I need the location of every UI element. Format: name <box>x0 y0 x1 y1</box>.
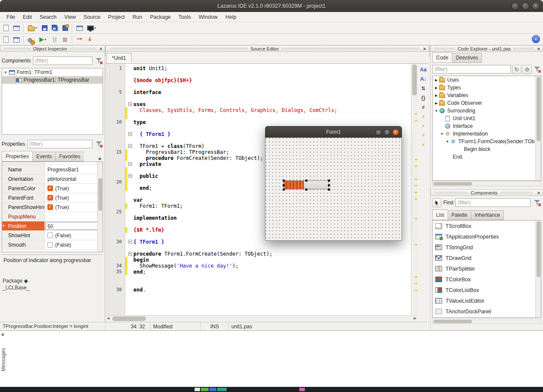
code-line-10[interactable]: 10type <box>106 119 411 125</box>
property-name[interactable]: ▸Orientation <box>2 174 45 183</box>
case-tools-icon[interactable]: Aa <box>419 65 428 74</box>
explorer-item-implementation[interactable]: ▼⚙Implementation <box>433 130 541 138</box>
component-item-tscrollbox[interactable]: TScrollBox <box>433 221 541 231</box>
save-button[interactable] <box>39 23 50 33</box>
minimize-icon[interactable]: − <box>375 129 382 136</box>
explorer-item-tform1-formcreate-sender-tob[interactable]: ▼⚙TForm1.FormCreate(Sender:TOb <box>433 138 541 145</box>
fold-toggle-icon[interactable] <box>128 162 132 166</box>
tab-palette[interactable]: Palette <box>448 210 471 220</box>
property-row-parentfont[interactable]: ▸ParentFont(True) <box>2 193 103 203</box>
menu-project[interactable]: Project <box>104 12 129 22</box>
jump-uses-icon[interactable]: ⚡ <box>419 141 428 149</box>
code-line-34[interactable]: 34 ShowMessage('Have a nice day!'); <box>106 263 411 269</box>
object-inspector-header[interactable]: Object Inspector × <box>0 45 105 52</box>
menu-help[interactable]: Help <box>221 12 240 22</box>
component-item-tpairsplitter[interactable]: TPairSplitter <box>433 263 541 274</box>
code-line-37[interactable] <box>106 281 411 287</box>
code-line-5[interactable]: 5interface <box>106 89 411 95</box>
explorer-item-code-observer[interactable]: ▶Code Observer <box>433 99 541 107</box>
checkbox-icon[interactable] <box>47 186 53 191</box>
selection-handle[interactable] <box>283 189 285 191</box>
property-value[interactable]: (False) <box>45 240 103 249</box>
designed-form-window[interactable]: Form1 − □ × <box>265 126 402 241</box>
code-line-7[interactable]: uses <box>106 101 411 107</box>
explorer-item-interface[interactable]: Interface <box>433 122 541 130</box>
menu-edit[interactable]: Edit <box>19 12 36 22</box>
menu-search[interactable]: Search <box>36 12 61 22</box>
open-button[interactable]: ▾ <box>26 23 39 33</box>
close-icon[interactable]: × <box>536 190 541 195</box>
explorer-item-types[interactable]: ▶Types <box>433 84 541 91</box>
property-row-showhint[interactable]: ▸ShowHint(False) <box>2 231 103 240</box>
collapse-icon[interactable]: ▼ <box>434 109 439 113</box>
taskbar-item[interactable] <box>217 388 227 391</box>
scroll-left-icon[interactable]: ◀ <box>107 316 109 320</box>
change-build-mode-button[interactable]: ▾ <box>85 23 98 33</box>
editor-vertical-scrollbar[interactable] <box>411 64 418 315</box>
property-row-orientation[interactable]: ▸OrientationpbHorizontal <box>2 174 103 184</box>
scrollbar-thumb[interactable] <box>537 77 540 141</box>
component-item-tdrawgrid[interactable]: TDrawGrid <box>433 253 541 263</box>
new-window-button[interactable] <box>74 23 85 33</box>
property-value[interactable]: (True) <box>45 203 103 212</box>
collapse-icon[interactable]: ▼ <box>440 132 444 136</box>
filter-clear-icon[interactable] <box>94 56 103 65</box>
property-value[interactable]: (False) <box>45 231 103 240</box>
selection-handle[interactable] <box>328 184 330 186</box>
code-explorer-hscrollbar[interactable] <box>432 181 541 186</box>
close-icon[interactable]: × <box>98 46 103 51</box>
selection-handle[interactable] <box>283 180 285 182</box>
selection-handle[interactable] <box>305 180 307 182</box>
maximize-icon[interactable]: □ <box>384 129 390 136</box>
filter-clear-icon[interactable] <box>94 140 103 148</box>
components-list[interactable]: TScrollBoxTApplicationPropertiesabcTStri… <box>432 220 541 318</box>
scrollbar-thumb[interactable] <box>112 316 146 321</box>
property-name[interactable]: ▸ParentFont <box>2 193 45 202</box>
expand-icon[interactable]: ▶ <box>434 78 439 82</box>
code-line-32[interactable]: procedure TForm1.FormCreate(Sender: TObj… <box>106 251 411 257</box>
tree-item-progressbar1-tprogressbar[interactable]: ProgressBar1: TProgressBar <box>2 76 103 84</box>
scrollbar-thumb[interactable] <box>434 182 472 186</box>
explorer-item-unit-unit1[interactable]: Unit Unit1 <box>433 115 541 122</box>
property-name[interactable]: ▸Position <box>2 221 45 230</box>
component-item-tcolorlistbox[interactable]: TColorListBox <box>433 285 541 295</box>
save-all-button[interactable] <box>50 23 60 33</box>
fold-toggle-icon[interactable] <box>128 102 132 106</box>
explorer-item-begin-block[interactable]: Begin block <box>433 145 541 153</box>
property-name[interactable]: ▸ParentColor <box>2 184 45 193</box>
property-value-editor[interactable]: 50 <box>45 222 102 230</box>
tab-properties[interactable]: Properties <box>2 151 32 162</box>
scroll-right-icon[interactable]: ▶ <box>414 316 416 320</box>
property-name[interactable]: ▸Name <box>2 165 45 174</box>
code-line-35[interactable]: 35end; <box>106 269 411 275</box>
tab-directives[interactable]: Directives <box>452 53 482 63</box>
property-name[interactable]: ▸PopupMenu <box>2 212 45 221</box>
property-row-parentcolor[interactable]: ▸ParentColor(True) <box>2 184 103 193</box>
components-filter-input[interactable] <box>455 198 531 207</box>
checkbox-icon[interactable] <box>47 195 53 200</box>
indent-lines-icon[interactable]: ⇅ <box>419 84 428 93</box>
dropdown-icon[interactable]: ▾ <box>94 26 96 30</box>
explorer-item-uses[interactable]: ▶Uses <box>433 76 541 84</box>
new-unit-button[interactable] <box>1 23 11 33</box>
options-gear-icon[interactable]: ⚙ <box>522 65 531 74</box>
editor-horizontal-scrollbar[interactable]: ◀ ▶ <box>106 315 418 322</box>
properties-filter-input[interactable] <box>27 140 92 148</box>
cursor-tool-button[interactable] <box>432 198 441 207</box>
collapse-icon[interactable]: ▼ <box>4 71 9 74</box>
components-panel-header[interactable]: Components × <box>431 189 543 196</box>
code-line-36[interactable] <box>106 275 411 281</box>
taskbar-item[interactable] <box>299 388 305 391</box>
components-filter-input[interactable] <box>33 56 92 65</box>
property-row-popupmenu[interactable]: ▸PopupMenu <box>2 212 103 221</box>
code-line-6[interactable] <box>106 95 411 101</box>
menu-run[interactable]: Run <box>129 12 146 22</box>
checkbox-icon[interactable] <box>47 233 53 238</box>
sort-lines-icon[interactable]: A↓ <box>419 75 428 83</box>
property-row-position[interactable]: ▸Position50 <box>2 221 103 231</box>
tab-scroll-right-icon[interactable]: ▶ <box>97 156 103 162</box>
component-item-tvaluelisteditor[interactable]: TValueListEditor <box>433 295 541 306</box>
fold-toggle-icon[interactable] <box>128 174 132 178</box>
property-row-name[interactable]: ▸NameProgressBar1 <box>2 165 103 174</box>
progressbar-control[interactable] <box>283 180 329 189</box>
